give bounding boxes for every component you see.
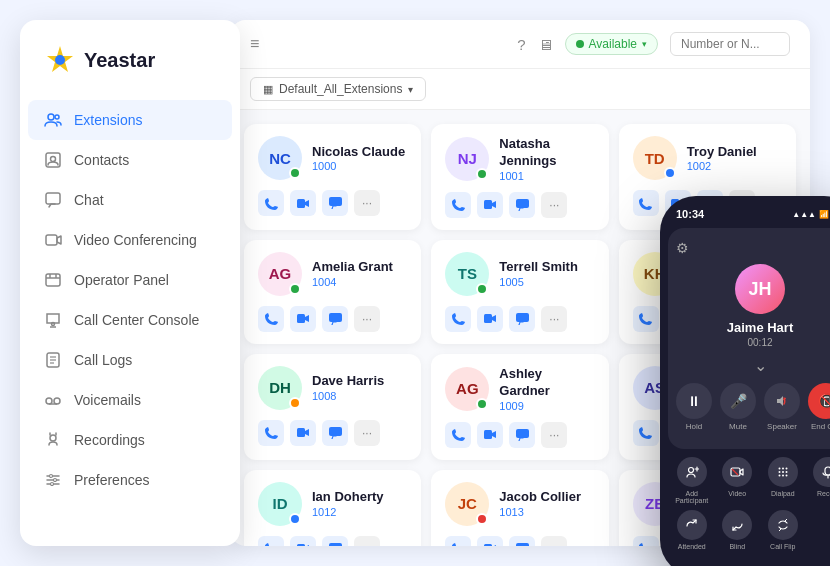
svg-rect-47 [329,543,342,546]
sidebar-item-operator-panel[interactable]: Operator Panel [20,260,240,300]
svg-rect-8 [46,274,60,286]
presence-indicator [289,167,301,179]
chat-action-button[interactable] [322,190,348,216]
video-action-button[interactable] [290,306,316,332]
call-action-button[interactable] [258,420,284,446]
sidebar-item-video-conferencing[interactable]: Video Conferencing [20,220,240,260]
chat-action-button[interactable] [509,192,535,218]
more-actions-button[interactable]: ··· [541,536,567,546]
recordings-label: Recordings [74,432,145,448]
caller-avatar: JH [735,264,785,314]
status-indicator [576,40,584,48]
blind-transfer-button[interactable]: Blind [718,510,758,550]
more-actions-button[interactable]: ··· [354,420,380,446]
sidebar-item-call-center[interactable]: Call Center Console [20,300,240,340]
swipe-down-icon[interactable]: ⌄ [754,356,767,375]
more-actions-button[interactable]: ··· [541,192,567,218]
phone-signal-icons: ▲▲▲ 📶 🔋 [792,209,830,220]
mute-button[interactable]: 🎤 Mute [720,383,756,431]
hold-button[interactable]: ⏸ Hold [676,383,712,431]
contacts-icon [44,151,62,169]
grid-icon[interactable]: ⚙ [676,240,689,256]
extension-card: DH Dave Harris 1008 [244,354,421,460]
call-logs-icon [44,351,62,369]
attended-transfer-button[interactable]: Attended [672,510,712,550]
call-duration: 00:12 [676,337,830,348]
filter-button[interactable]: ▦ Default_All_Extensions ▾ [250,77,426,101]
video-action-button[interactable] [290,190,316,216]
svg-point-64 [778,475,780,477]
svg-point-5 [51,157,56,162]
more-actions-button[interactable]: ··· [354,306,380,332]
dialpad-button[interactable]: Dialpad [763,457,803,504]
svg-rect-31 [516,199,529,208]
sidebar-item-recordings[interactable]: Recordings [20,420,240,460]
svg-point-65 [782,475,784,477]
svg-rect-48 [484,544,492,546]
chat-action-button[interactable] [322,306,348,332]
sidebar-item-contacts[interactable]: Contacts [20,140,240,180]
presence-indicator [476,168,488,180]
more-actions-button[interactable]: ··· [541,422,567,448]
call-action-button[interactable] [258,306,284,332]
more-actions-button[interactable]: ··· [541,306,567,332]
record-button[interactable]: Record [809,457,831,504]
video-conferencing-label: Video Conferencing [74,232,197,248]
svg-rect-7 [46,235,57,245]
sidebar-item-chat[interactable]: Chat [20,180,240,220]
preferences-label: Preferences [74,472,149,488]
call-action-button[interactable] [258,536,284,546]
call-action-button[interactable] [445,536,471,546]
sidebar-item-extensions[interactable]: Extensions [28,100,232,140]
svg-rect-41 [329,427,342,436]
video-button[interactable]: Video [718,457,758,504]
call-action-button[interactable] [633,420,659,446]
presence-indicator [664,167,676,179]
chat-action-button[interactable] [509,536,535,546]
add-participant-button[interactable]: Add Participant [672,457,712,504]
video-action-button[interactable] [290,536,316,546]
chat-action-button[interactable] [322,536,348,546]
video-action-button[interactable] [477,536,503,546]
notification-icon[interactable]: 🖥 [538,36,553,53]
number-input[interactable] [670,32,790,56]
call-action-button[interactable] [445,422,471,448]
main-header: ≡ ? 🖥 Available ▾ [230,20,810,69]
video-action-button[interactable] [477,422,503,448]
video-action-button[interactable] [477,306,503,332]
call-action-button[interactable] [633,306,659,332]
svg-line-57 [732,469,738,475]
menu-icon[interactable]: ≡ [250,35,259,53]
call-action-button[interactable] [445,192,471,218]
extension-number: 1004 [312,276,407,288]
video-action-button[interactable] [477,192,503,218]
call-action-button[interactable] [258,190,284,216]
sidebar-item-preferences[interactable]: Preferences [20,460,240,500]
operator-panel-label: Operator Panel [74,272,169,288]
video-action-button[interactable] [290,420,316,446]
chat-action-button[interactable] [322,420,348,446]
status-badge[interactable]: Available ▾ [565,33,658,55]
more-actions-button[interactable]: ··· [354,190,380,216]
extension-name: Troy Daniel [687,144,782,161]
speaker-button[interactable]: Speaker [764,383,800,431]
extension-number: 1005 [499,276,594,288]
svg-point-2 [48,114,54,120]
call-flip-button[interactable]: Call Flip [763,510,803,550]
end-call-button[interactable]: 📵 End Call [808,383,830,431]
extension-name: Ian Doherty [312,489,407,506]
chat-action-button[interactable] [509,422,535,448]
call-action-button[interactable] [445,306,471,332]
sidebar-item-call-logs[interactable]: Call Logs [20,340,240,380]
presence-indicator [289,397,301,409]
call-flip-label: Call Flip [770,543,795,550]
call-action-button[interactable] [633,536,659,546]
call-action-button[interactable] [633,190,659,216]
extension-card: NJ Natasha Jennings 1001 [431,124,608,230]
help-icon[interactable]: ? [517,36,525,53]
sidebar-item-voicemails[interactable]: Voicemails [20,380,240,420]
svg-point-53 [688,468,693,473]
chat-action-button[interactable] [509,306,535,332]
status-chevron: ▾ [642,39,647,49]
more-actions-button[interactable]: ··· [354,536,380,546]
